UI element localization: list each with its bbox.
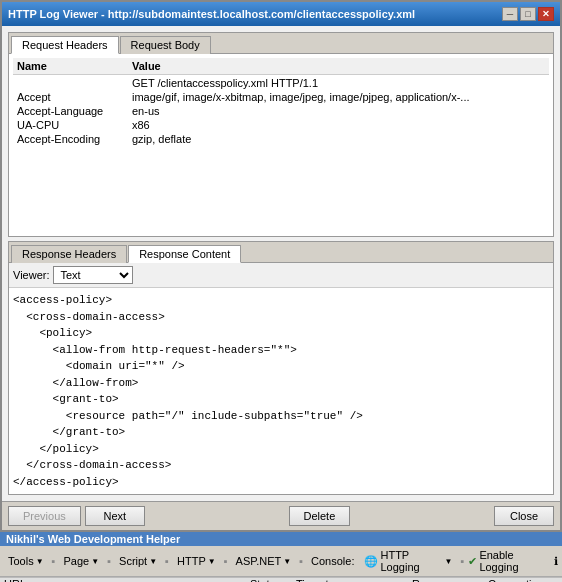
viewer-label: Viewer: — [13, 269, 49, 281]
sep2: ▪ — [105, 555, 113, 567]
row-name: Accept-Encoding — [13, 132, 128, 146]
page-label: Page — [64, 555, 90, 567]
request-table: Name Value GET /clientaccesspolicy.xml H… — [13, 58, 549, 146]
window-title: HTTP Log Viewer - http://subdomaintest.l… — [8, 8, 415, 20]
sep6: ▪ — [458, 555, 466, 567]
request-section: Request Headers Request Body Name Value — [8, 32, 554, 237]
sep3: ▪ — [163, 555, 171, 567]
row-value: en-us — [128, 104, 549, 118]
close-window-button[interactable]: ✕ — [538, 7, 554, 21]
tools-label: Tools — [8, 555, 34, 567]
row-name: Accept-Language — [13, 104, 128, 118]
console-item: Console: — [307, 554, 358, 568]
http-logging-arrow-icon: ▼ — [445, 557, 453, 566]
table-row: Accept-Language en-us — [13, 104, 549, 118]
toolbar-row: Tools ▼ ▪ Page ▼ ▪ Script ▼ ▪ HTTP ▼ ▪ A… — [0, 546, 562, 577]
close-button-group: Close — [494, 506, 554, 526]
xml-content: <access-policy> <cross-domain-access> <p… — [9, 288, 553, 491]
table-row: Accept-Encoding gzip, deflate — [13, 132, 549, 146]
row-value: image/gif, image/x-xbitmap, image/jpeg, … — [128, 90, 549, 104]
next-button[interactable]: Next — [85, 506, 145, 526]
sep4: ▪ — [222, 555, 230, 567]
maximize-button[interactable]: □ — [520, 7, 536, 21]
http-arrow-icon: ▼ — [208, 557, 216, 566]
main-content: Request Headers Request Body Name Value — [2, 26, 560, 501]
row-name — [13, 75, 128, 91]
nav-buttons: Previous Next — [8, 506, 145, 526]
status-area: Nikhil's Web Development Helper Tools ▼ … — [0, 530, 562, 582]
response-content-area: <access-policy> <cross-domain-access> <p… — [9, 288, 553, 491]
col-name-header: Name — [13, 58, 128, 75]
enable-logging-label: Enable Logging — [479, 549, 548, 573]
toolbar-title: Nikhil's Web Development Helper — [0, 532, 562, 546]
row-value: x86 — [128, 118, 549, 132]
aspnet-arrow-icon: ▼ — [283, 557, 291, 566]
response-header: Response ... — [412, 578, 482, 582]
viewer-bar: Viewer: Text HTML XML — [9, 263, 553, 288]
request-tabs: Request Headers Request Body — [9, 33, 553, 54]
table-row: GET /clientaccesspolicy.xml HTTP/1.1 — [13, 75, 549, 91]
page-arrow-icon: ▼ — [91, 557, 99, 566]
previous-button[interactable]: Previous — [8, 506, 81, 526]
request-headers-content: Name Value GET /clientaccesspolicy.xml H… — [9, 54, 553, 233]
status-header: Status — [250, 578, 290, 582]
close-button[interactable]: Close — [494, 506, 554, 526]
action-buttons: Delete — [289, 506, 351, 526]
title-bar-buttons: ─ □ ✕ — [502, 7, 554, 21]
main-window: HTTP Log Viewer - http://subdomaintest.l… — [0, 0, 562, 530]
info-icon: ℹ — [554, 555, 558, 568]
tab-request-headers[interactable]: Request Headers — [11, 36, 119, 54]
tools-menu[interactable]: Tools ▼ — [4, 554, 48, 568]
script-label: Script — [119, 555, 147, 567]
delete-button[interactable]: Delete — [289, 506, 351, 526]
console-label: Console: — [311, 555, 354, 567]
http-logging-label: HTTP Logging — [380, 549, 442, 573]
tab-response-headers[interactable]: Response Headers — [11, 245, 127, 263]
url-header: URL — [4, 578, 244, 582]
table-row: Accept image/gif, image/x-xbitmap, image… — [13, 90, 549, 104]
globe-icon: 🌐 — [364, 555, 378, 568]
http-label: HTTP — [177, 555, 206, 567]
script-menu[interactable]: Script ▼ — [115, 554, 161, 568]
sep5: ▪ — [297, 555, 305, 567]
row-value: gzip, deflate — [128, 132, 549, 146]
response-section: Response Headers Response Content Viewer… — [8, 241, 554, 495]
aspnet-menu[interactable]: ASP.NET ▼ — [232, 554, 296, 568]
aspnet-label: ASP.NET — [236, 555, 282, 567]
timestamp-header: Timestamp — [296, 578, 406, 582]
sep1: ▪ — [50, 555, 58, 567]
http-menu[interactable]: HTTP ▼ — [173, 554, 220, 568]
response-tabs: Response Headers Response Content — [9, 242, 553, 263]
bottom-buttons-bar: Previous Next Delete Close — [2, 501, 560, 530]
table-row: UA-CPU x86 — [13, 118, 549, 132]
http-logging-menu[interactable]: 🌐 HTTP Logging ▼ — [360, 548, 456, 574]
tools-arrow-icon: ▼ — [36, 557, 44, 566]
page-menu[interactable]: Page ▼ — [60, 554, 104, 568]
script-arrow-icon: ▼ — [149, 557, 157, 566]
tab-response-content[interactable]: Response Content — [128, 245, 241, 263]
row-name: Accept — [13, 90, 128, 104]
row-name: UA-CPU — [13, 118, 128, 132]
enable-logging-checkbox-item[interactable]: ✔ Enable Logging — [468, 549, 548, 573]
col-value-header: Value — [128, 58, 549, 75]
check-icon: ✔ — [468, 555, 477, 568]
tab-request-body[interactable]: Request Body — [120, 36, 211, 54]
title-bar: HTTP Log Viewer - http://subdomaintest.l… — [2, 2, 560, 26]
url-header-bar: URL Status Timestamp Response ... Connec… — [0, 577, 562, 582]
viewer-select[interactable]: Text HTML XML — [53, 266, 133, 284]
connection-header: Connection — [488, 578, 558, 582]
minimize-button[interactable]: ─ — [502, 7, 518, 21]
row-value: GET /clientaccesspolicy.xml HTTP/1.1 — [128, 75, 549, 91]
